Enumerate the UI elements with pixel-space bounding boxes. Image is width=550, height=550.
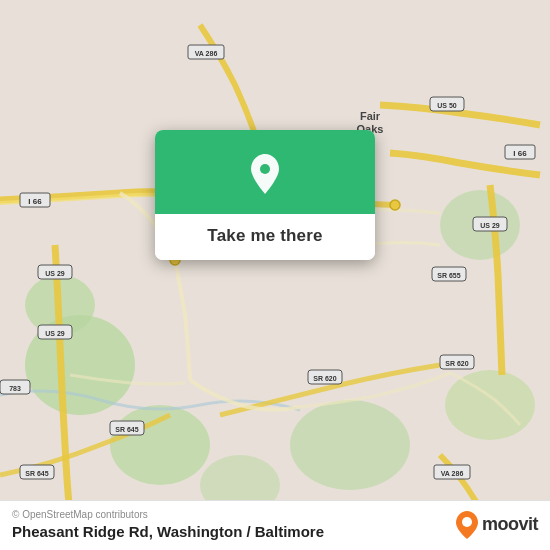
take-me-there-button[interactable]: Take me there (207, 226, 322, 246)
svg-text:I 66: I 66 (513, 149, 527, 158)
svg-text:SR 645: SR 645 (25, 470, 48, 477)
map-container: I 66 I 66 US 29 US 29 US 50 US 29 VA 286… (0, 0, 550, 550)
bottom-left-info: © OpenStreetMap contributors Pheasant Ri… (12, 509, 324, 540)
svg-text:I 66: I 66 (28, 197, 42, 206)
popup-card: Take me there (155, 130, 375, 260)
svg-text:SR 620: SR 620 (313, 375, 336, 382)
svg-text:VA 286: VA 286 (441, 470, 464, 477)
bottom-bar: © OpenStreetMap contributors Pheasant Ri… (0, 500, 550, 550)
svg-point-44 (462, 517, 472, 527)
svg-point-6 (445, 370, 535, 440)
svg-point-5 (290, 400, 410, 490)
location-pin-icon (243, 152, 287, 196)
svg-point-4 (110, 405, 210, 485)
svg-text:VA 286: VA 286 (195, 50, 218, 57)
svg-text:SR 620: SR 620 (445, 360, 468, 367)
popup-button-section: Take me there (155, 214, 375, 260)
svg-text:SR 655: SR 655 (437, 272, 460, 279)
svg-point-43 (260, 164, 270, 174)
svg-text:US 29: US 29 (480, 222, 500, 229)
svg-text:783: 783 (9, 385, 21, 392)
svg-text:US 29: US 29 (45, 270, 65, 277)
location-title: Pheasant Ridge Rd, Washington / Baltimor… (12, 523, 324, 540)
svg-text:US 29: US 29 (45, 330, 65, 337)
copyright-text: © OpenStreetMap contributors (12, 509, 324, 520)
moovit-pin-icon (456, 511, 478, 539)
popup-green-section (155, 130, 375, 214)
map-background: I 66 I 66 US 29 US 29 US 50 US 29 VA 286… (0, 0, 550, 550)
svg-point-42 (390, 200, 400, 210)
moovit-logo: moovit (456, 511, 538, 539)
svg-text:US 50: US 50 (437, 102, 457, 109)
svg-text:SR 645: SR 645 (115, 426, 138, 433)
moovit-brand-text: moovit (482, 514, 538, 535)
svg-text:Fair: Fair (360, 110, 381, 122)
